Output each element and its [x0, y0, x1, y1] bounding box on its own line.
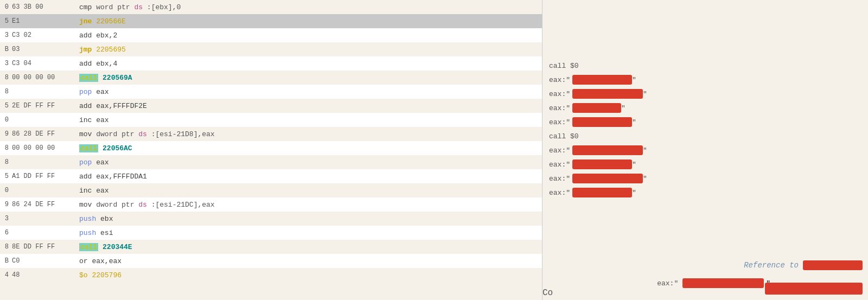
- disasm-row[interactable]: 5 A1 DD FF FF add eax,FFFFDDA1: [0, 169, 542, 183]
- disasm-row[interactable]: 0 inc eax: [0, 113, 542, 127]
- row-instruction: mov dword ptr ds :[esi-21D8],eax: [75, 130, 542, 138]
- row-instruction: call 220569A: [75, 74, 542, 82]
- row-instruction: add ebx,2: [75, 31, 542, 40]
- ref-quote: ": [632, 118, 636, 126]
- row-offset: 0: [0, 187, 10, 194]
- disasm-row[interactable]: 5 E1 jne 220566E: [0, 14, 542, 28]
- row-instruction: pop eax: [75, 158, 542, 167]
- row-offset: 9: [0, 201, 10, 208]
- ref-line-eax6: eax:" ": [549, 157, 861, 171]
- redacted-value: [572, 145, 643, 155]
- main-container: 0 63 3B 00 cmp word ptr ds :[ebx],0 5 E1…: [0, 0, 868, 300]
- disasm-row[interactable]: 8 pop eax: [0, 85, 542, 99]
- row-instruction: add eax,FFFFDF2E: [75, 102, 542, 110]
- row-offset: 8: [0, 158, 10, 166]
- row-instruction: call 22056AC: [75, 144, 542, 152]
- row-bytes: 8E DD FF FF: [10, 243, 75, 251]
- row-bytes: 63 3B 00: [10, 3, 75, 11]
- row-bytes: 48: [10, 271, 75, 279]
- row-instruction: or eax,eax: [75, 257, 542, 265]
- bottom-eax-row: eax:" ": [657, 278, 770, 288]
- disasm-row[interactable]: 3 C3 02 add ebx,2: [0, 28, 542, 42]
- bottom-co-label: Co: [542, 288, 553, 298]
- ref-quote: ": [621, 104, 626, 112]
- ref-quote: ": [643, 175, 647, 183]
- row-instruction: inc eax: [75, 116, 542, 124]
- ref-reg: eax:": [549, 76, 570, 84]
- row-instruction: push ebx: [75, 215, 542, 223]
- row-bytes: C0: [10, 257, 75, 265]
- ref-quote: ": [643, 146, 647, 155]
- ref-line-call1: call $0: [549, 59, 861, 73]
- disasm-panel: 0 63 3B 00 cmp word ptr ds :[ebx],0 5 E1…: [0, 0, 542, 300]
- disasm-row[interactable]: B C0 or eax,eax: [0, 254, 542, 268]
- row-instruction: inc eax: [75, 187, 542, 195]
- ref-line-eax5: eax:" ": [549, 143, 861, 157]
- ref-line-call2: call $0: [549, 129, 861, 143]
- disasm-row[interactable]: 8 8E DD FF FF call 220344E: [0, 240, 542, 254]
- row-instruction: add eax,FFFFDDA1: [75, 173, 542, 181]
- ref-mnemonic: call $0: [549, 62, 579, 70]
- right-panel: call $0 eax:" " eax:" " eax:" " eax:" " …: [542, 0, 868, 300]
- redacted-value: [572, 174, 643, 183]
- row-bytes: C3 02: [10, 31, 75, 39]
- ref-line-eax7: eax:" ": [549, 171, 861, 186]
- ref-quote: ": [643, 90, 647, 98]
- row-offset: 8: [0, 74, 10, 81]
- row-instruction: push esi: [75, 229, 542, 237]
- disasm-row[interactable]: 6 push esi: [0, 226, 542, 240]
- disasm-row[interactable]: 0 63 3B 00 cmp word ptr ds :[ebx],0: [0, 0, 542, 14]
- ref-line-eax2: eax:" ": [549, 87, 861, 101]
- ref-reg: eax:": [549, 118, 570, 126]
- row-offset: 0: [0, 116, 10, 124]
- ref-reg: eax:": [549, 146, 570, 155]
- reference-to-container: Reference to: [744, 260, 863, 270]
- ref-reg: eax:": [549, 90, 570, 98]
- row-instruction: cmp word ptr ds :[ebx],0: [75, 3, 542, 11]
- reference-to-label: Reference to: [744, 261, 799, 270]
- row-bytes: 86 28 DE FF: [10, 130, 75, 138]
- row-offset: B: [0, 257, 10, 265]
- row-instruction: pop eax: [75, 88, 542, 96]
- ref-line-eax4: eax:" ": [549, 115, 861, 129]
- ref-mnemonic: call $0: [549, 132, 579, 141]
- disasm-row[interactable]: 8 pop eax: [0, 155, 542, 169]
- disasm-row[interactable]: 8 00 00 00 00 call 22056AC: [0, 141, 542, 155]
- row-offset: 3: [0, 215, 10, 222]
- disasm-row[interactable]: 4 48 $o 2205796: [0, 268, 542, 282]
- row-bytes: A1 DD FF FF: [10, 173, 75, 180]
- row-instruction: jmp 2205695: [75, 46, 542, 54]
- row-offset: 9: [0, 130, 10, 138]
- disasm-row[interactable]: 0 inc eax: [0, 183, 542, 197]
- row-bytes: 2E DF FF FF: [10, 102, 75, 110]
- redacted-value: [765, 283, 863, 295]
- bottom-redacted-block: [765, 283, 863, 295]
- row-offset: 3: [0, 31, 10, 39]
- ref-reg: eax:": [549, 161, 570, 169]
- disasm-row[interactable]: 3 C3 04 add ebx,4: [0, 56, 542, 71]
- disasm-row[interactable]: 9 86 24 DE FF mov dword ptr ds :[esi-21D…: [0, 197, 542, 212]
- row-instruction: $o 2205796: [75, 271, 542, 279]
- row-offset: 4: [0, 271, 10, 279]
- ref-line-eax3: eax:" ": [549, 101, 861, 115]
- co-text: Co: [542, 288, 553, 298]
- ref-reg: eax:": [549, 189, 570, 197]
- ref-line-eax8: eax:" ": [549, 186, 861, 200]
- disasm-row[interactable]: 3 push ebx: [0, 212, 542, 226]
- disasm-row[interactable]: 8 00 00 00 00 call 220569A: [0, 71, 542, 85]
- disasm-row[interactable]: 5 2E DF FF FF add eax,FFFFDF2E: [0, 99, 542, 113]
- redacted-reference: [803, 260, 863, 270]
- redacted-value: [572, 103, 621, 113]
- disasm-row[interactable]: B 03 jmp 2205695: [0, 42, 542, 56]
- row-bytes: 03: [10, 46, 75, 53]
- redacted-value: [572, 89, 643, 99]
- row-bytes: 00 00 00 00: [10, 74, 75, 81]
- row-instruction: call 220344E: [75, 243, 542, 251]
- row-offset: 5: [0, 102, 10, 110]
- row-offset: 8: [0, 144, 10, 152]
- disasm-row[interactable]: 9 86 28 DE FF mov dword ptr ds :[esi-21D…: [0, 127, 542, 141]
- redacted-value: [572, 188, 632, 197]
- ref-quote: ": [632, 189, 636, 197]
- ref-reg: eax:": [657, 279, 678, 288]
- row-offset: 8: [0, 88, 10, 95]
